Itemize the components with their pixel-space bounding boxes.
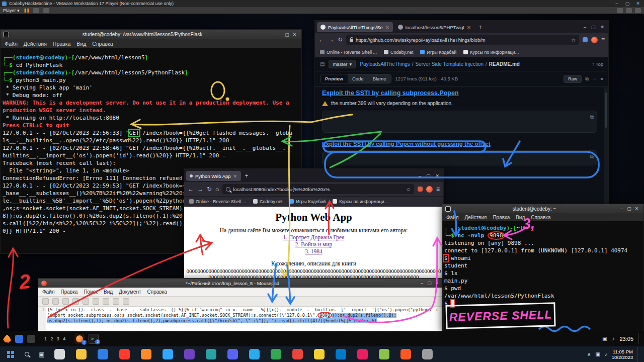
taskbar-app-icon[interactable]	[141, 349, 151, 359]
bookmark-item[interactable]: Игры Кодебай	[420, 50, 456, 55]
workspace-number[interactable]: 3	[57, 336, 59, 341]
taskbar-app-icon[interactable]	[54, 349, 65, 359]
menu-item[interactable]: Справка	[531, 215, 550, 220]
show-desktop-strip[interactable]	[637, 346, 640, 362]
menu-item[interactable]: Файл	[42, 289, 55, 295]
workspace-number[interactable]: 1	[44, 336, 47, 341]
reload-button[interactable]: ↻	[207, 186, 212, 193]
bookmark-item[interactable]: Курсы по информаци...	[463, 50, 519, 55]
copy-icon[interactable]	[103, 298, 109, 305]
close-button[interactable]: ✕	[433, 281, 441, 286]
new-file-icon[interactable]	[42, 298, 49, 305]
menu-item[interactable]: Действия	[465, 215, 487, 220]
tray-expand-icon[interactable]: ∧	[587, 351, 591, 357]
menu-item[interactable]: Действия	[24, 41, 47, 47]
menu-item[interactable]: Правка	[53, 41, 70, 47]
minimize-button[interactable]: –	[584, 25, 586, 30]
taskbar-app-icon[interactable]	[400, 349, 411, 359]
tab-payloadsallthethings[interactable]: PayloadsAllTheThings/Se ✕	[317, 22, 393, 32]
task-view-button[interactable]: ▣	[34, 346, 49, 362]
notification-strip[interactable]	[638, 333, 641, 344]
menu-item[interactable]: Вид	[76, 41, 86, 47]
account-avatar[interactable]	[426, 186, 433, 193]
close-button[interactable]: ✕	[435, 173, 439, 178]
maximize-button[interactable]: ▢	[591, 25, 596, 30]
menu-item[interactable]: Правка	[61, 289, 78, 295]
raw-button[interactable]: Raw	[564, 75, 582, 83]
scrollbar-thumb[interactable]	[605, 93, 607, 128]
new-tab-button[interactable]: +	[476, 24, 485, 31]
code-block-popen[interactable]: ⧉ {{''.__class__.mro()[1].__subclasses__…	[322, 111, 597, 133]
heading-popen-no-offset[interactable]: Exploit the SSTI by calling Popen withou…	[322, 141, 597, 147]
volume-icon[interactable]: ♪	[605, 351, 607, 357]
taskbar-app-icon[interactable]	[184, 349, 195, 359]
breadcrumb-folder-link[interactable]: Server Side Template Injection	[416, 61, 484, 67]
player-menu[interactable]: Player ▾	[3, 8, 20, 13]
taskbar-app-icon[interactable]	[357, 349, 368, 359]
maximize-button[interactable]: ▢	[625, 206, 633, 211]
mousepad-titlebar[interactable]: *~/Рабочий стол/tmp_lesson_5 - Mousepad …	[38, 279, 444, 288]
back-button[interactable]: ←	[188, 186, 194, 193]
save-file-icon[interactable]	[62, 298, 69, 305]
menu-item[interactable]: Справка	[147, 289, 167, 295]
hamburger-menu-icon[interactable]: ≡	[436, 186, 440, 193]
taskbar-terminal-button[interactable]: >_ 2	[89, 334, 99, 344]
breadcrumb-repo-link[interactable]: PayloadsAllTheThings	[360, 61, 410, 67]
book-link-2[interactable]: 2. Война и мир	[184, 241, 443, 247]
account-avatar[interactable]	[591, 37, 598, 43]
bookmark-star-icon[interactable]: ☆	[406, 187, 411, 192]
menu-item[interactable]: Поиск	[84, 289, 98, 295]
bookmark-item[interactable]: Online - Reverse Shell ...	[320, 50, 377, 55]
taskbar-app-icon[interactable]	[271, 349, 281, 359]
minimize-button[interactable]: –	[276, 32, 283, 37]
display-tray-icon[interactable]: ▣	[602, 336, 607, 341]
tab-preview[interactable]: Preview	[320, 74, 348, 83]
terminal-titlebar[interactable]: student@codeby: /var/www/html/lesson5/Py…	[1, 30, 301, 39]
back-button[interactable]: ←	[318, 36, 325, 43]
volume-tray-icon[interactable]: ♪	[612, 336, 614, 341]
back-to-top-link[interactable]: ↑ Top	[592, 61, 603, 67]
taskbar-app-icon[interactable]	[206, 349, 216, 359]
close-button[interactable]: ✕	[634, 1, 642, 6]
extension-icon[interactable]	[583, 37, 588, 42]
tab-localhost-phptwig[interactable]: localhost/lesson5/PHPTwigI ✕	[394, 22, 474, 32]
tab-blame[interactable]: Blame	[368, 74, 391, 83]
maximize-button[interactable]: ▢	[426, 173, 431, 178]
minimize-button[interactable]: –	[613, 1, 621, 6]
start-button[interactable]	[2, 346, 19, 362]
editor-text[interactable]: {% for x in ().__class__.__base__.__subc…	[46, 307, 440, 332]
tab-close-icon[interactable]: ✕	[385, 25, 389, 30]
heading-subprocess-popen[interactable]: Exploit the SSTI by calling subprocess.P…	[322, 89, 597, 97]
copy-code-icon[interactable]: ⧉	[590, 114, 594, 121]
taskbar-app-icon[interactable]	[163, 349, 173, 359]
more-options-icon[interactable]: ⋯	[592, 76, 597, 81]
forward-button[interactable]: →	[197, 186, 203, 193]
close-button[interactable]: ✕	[633, 206, 640, 211]
minimize-button[interactable]: –	[418, 281, 426, 286]
file-manager-icon[interactable]	[15, 335, 23, 343]
redo-icon[interactable]	[83, 298, 89, 305]
taskbar-app-icon[interactable]	[422, 349, 433, 359]
host-clock[interactable]: 11:05 PM 10/2/2023	[612, 349, 633, 360]
maximize-button[interactable]: ▢	[623, 1, 631, 6]
vmware-toolbar-icon[interactable]	[43, 8, 49, 13]
pause-vm-button[interactable]: ❚❚	[24, 8, 29, 13]
tab-python-web-app[interactable]: Python Web App ✕	[186, 171, 241, 181]
bookmark-item[interactable]: Codeby.net	[384, 50, 413, 55]
maximize-button[interactable]: ▢	[283, 32, 291, 37]
menu-item[interactable]: Вид	[516, 215, 525, 220]
workspace-number[interactable]: 2	[50, 336, 53, 341]
paste-icon[interactable]	[113, 298, 119, 305]
open-file-icon[interactable]	[52, 298, 59, 305]
bookmark-item[interactable]: Игры Кодебай	[289, 199, 326, 204]
reload-button[interactable]: ↻	[338, 36, 343, 43]
tab-code[interactable]: Code	[348, 74, 368, 83]
taskbar-app-icon[interactable]	[76, 349, 87, 359]
taskbar-firefox-button[interactable]: 2	[74, 334, 85, 344]
home-button[interactable]: ⌂	[215, 186, 219, 193]
vm-clock[interactable]: 23:05	[619, 336, 633, 342]
minimize-button[interactable]: –	[618, 206, 625, 211]
show-desktop-icon[interactable]	[27, 335, 35, 343]
workspace-number[interactable]: 4	[63, 336, 65, 341]
url-bar[interactable]: https://github.com/swisskyrepo/PayloadsA…	[346, 35, 579, 45]
